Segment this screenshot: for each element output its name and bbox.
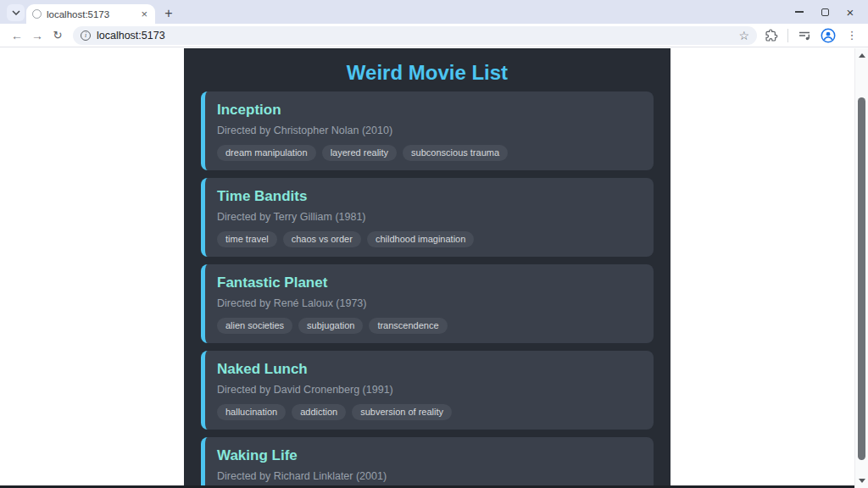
toolbar-divider (787, 29, 788, 42)
minimize-icon (795, 11, 804, 13)
movie-tags: time travelchaos vs orderchildhood imagi… (217, 231, 640, 247)
forward-button[interactable]: → (27, 25, 47, 46)
tab-strip: localhost:5173 × + × (0, 0, 868, 24)
movie-byline: Directed by Terry Gilliam (1981) (217, 212, 640, 222)
scrollbar-thumb[interactable] (858, 97, 865, 460)
movie-tags: alien societiessubjugationtranscendence (217, 318, 640, 334)
movie-tags: dream manipulationlayered realitysubcons… (217, 145, 640, 161)
browser-window: localhost:5173 × + × ← → ↻ i localhost:5… (0, 0, 868, 488)
movie-title: Time Bandits (217, 189, 640, 204)
menu-kebab-icon[interactable]: ⋮ (844, 28, 860, 43)
movie-title: Inception (217, 103, 640, 118)
close-window-button[interactable]: × (837, 0, 863, 24)
movie-tag: subversion of reality (352, 404, 452, 420)
movie-title: Fantastic Planet (217, 275, 640, 291)
scroll-down-arrow-icon[interactable] (859, 479, 865, 483)
tab-close-icon[interactable]: × (139, 8, 149, 20)
vertical-scrollbar[interactable] (854, 48, 868, 488)
chevron-down-icon (12, 10, 20, 15)
movie-byline: Directed by Christopher Nolan (2010) (217, 125, 640, 136)
browser-toolbar: ← → ↻ i localhost:5173 ☆ (0, 24, 868, 47)
movie-title: Waking Life (217, 448, 640, 463)
puzzle-icon (765, 29, 778, 42)
back-button[interactable]: ← (7, 25, 27, 46)
extensions-button[interactable] (764, 28, 779, 43)
movie-tag: layered reality (322, 145, 397, 161)
movie-card: Naked Lunch Directed by David Cronenberg… (201, 351, 654, 430)
favicon-icon (32, 9, 42, 19)
new-tab-button[interactable]: + (160, 5, 177, 22)
movie-card: Fantastic Planet Directed by René Laloux… (201, 264, 654, 343)
maximize-button[interactable] (812, 0, 837, 24)
app-container: Weird Movie List Inception Directed by C… (184, 48, 670, 488)
window-controls: × (787, 0, 863, 24)
movie-tags: hallucinationaddictionsubversion of real… (217, 404, 640, 420)
movie-tag: childhood imagination (367, 231, 474, 247)
page-content: Weird Movie List Inception Directed by C… (0, 48, 854, 488)
movie-tag: time travel (217, 231, 277, 247)
movie-tag: transcendence (369, 318, 447, 334)
url-text: localhost:5173 (97, 30, 732, 42)
movie-card: Time Bandits Directed by Terry Gilliam (… (201, 178, 654, 257)
scroll-up-arrow-icon[interactable] (859, 53, 865, 58)
minimize-button[interactable] (787, 0, 812, 24)
tab-title: localhost:5173 (47, 9, 134, 19)
movie-tag: addiction (292, 404, 346, 420)
movie-tag: alien societies (217, 318, 292, 334)
movie-tag: subjugation (298, 318, 363, 334)
profile-button[interactable] (821, 28, 836, 43)
movie-tag: dream manipulation (217, 145, 316, 161)
media-controls-button[interactable] (797, 28, 812, 43)
toolbar-icons: ⋮ (764, 28, 860, 43)
profile-avatar-icon (821, 28, 836, 43)
browser-tab[interactable]: localhost:5173 × (26, 4, 155, 24)
movie-tag: subconscious trauma (403, 145, 508, 161)
site-info-icon[interactable]: i (81, 30, 91, 41)
reload-button[interactable]: ↻ (47, 25, 68, 46)
page-title: Weird Movie List (201, 62, 654, 84)
movie-byline: Directed by Richard Linklater (2001) (217, 471, 640, 481)
movie-tag: hallucination (217, 404, 286, 420)
movie-card: Inception Directed by Christopher Nolan … (201, 92, 654, 170)
maximize-icon (821, 8, 829, 16)
bookmark-star-icon[interactable]: ☆ (738, 29, 749, 42)
media-controls-icon (798, 29, 811, 42)
tab-search-button[interactable] (7, 4, 25, 21)
movie-byline: Directed by René Laloux (1973) (217, 298, 640, 308)
movie-list: Inception Directed by Christopher Nolan … (201, 92, 654, 488)
movie-tag: chaos vs order (283, 231, 361, 247)
movie-card: Waking Life Directed by Richard Linklate… (201, 437, 654, 488)
movie-title: Naked Lunch (217, 362, 640, 377)
movie-byline: Directed by David Cronenberg (1991) (217, 385, 640, 395)
address-bar[interactable]: i localhost:5173 ☆ (73, 26, 757, 45)
